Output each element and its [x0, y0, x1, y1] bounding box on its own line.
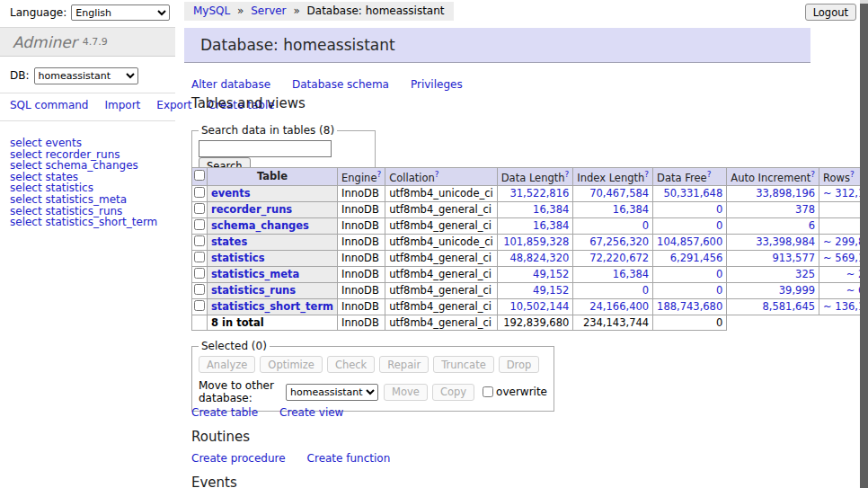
language-select[interactable]: English — [71, 4, 170, 21]
sidebar-link-import[interactable]: Import — [104, 99, 140, 111]
data-length-link[interactable]: 101,859,328 — [503, 235, 569, 248]
data-free-link[interactable]: 0 — [716, 203, 722, 216]
data-length-link[interactable]: 48,824,320 — [509, 252, 569, 264]
logout-button[interactable]: Logout — [805, 4, 856, 21]
sidebar-link-export[interactable]: Export — [156, 99, 191, 111]
table-link-schema-changes[interactable]: schema_changes — [211, 219, 309, 232]
row-checkbox[interactable] — [194, 268, 205, 279]
link-create-function[interactable]: Create function — [307, 452, 391, 465]
drop-button[interactable]: Drop — [499, 356, 540, 373]
auto-increment-link[interactable]: 378 — [795, 203, 815, 216]
data-length-link[interactable]: 16,384 — [533, 203, 569, 216]
link-privileges[interactable]: Privileges — [411, 78, 463, 91]
index-length-cell: 72,220,672 — [573, 250, 653, 266]
repair-button[interactable]: Repair — [379, 356, 429, 373]
data-free-link[interactable]: 0 — [716, 268, 722, 280]
truncate-button[interactable]: Truncate — [433, 356, 494, 373]
auto-increment-link[interactable]: 8,581,645 — [763, 300, 816, 313]
check-button[interactable]: Check — [327, 356, 375, 373]
table-link-states[interactable]: states — [211, 235, 247, 248]
adminer-logo-link[interactable]: Adminer — [13, 33, 77, 51]
data-free-link[interactable]: 104,857,600 — [657, 235, 722, 248]
link-database-schema[interactable]: Database schema — [292, 78, 389, 91]
row-checkbox[interactable] — [194, 219, 205, 230]
scrollbar-thumb[interactable] — [860, 4, 868, 488]
breadcrumb-mysql-link[interactable]: MySQL — [193, 4, 230, 17]
index-length-link[interactable]: 72,220,672 — [589, 252, 649, 264]
sidebar-item-select-statistics-short-term[interactable]: select statistics_short_term — [10, 217, 175, 228]
table-link-recorder-runs[interactable]: recorder_runs — [211, 203, 292, 216]
table-row: statesInnoDButf8mb4_unicode_ci101,859,32… — [192, 234, 868, 250]
engine-cell: InnoDB — [338, 315, 385, 330]
table-name-cell: statistics — [208, 250, 338, 266]
index-length-link[interactable]: 70,467,584 — [589, 187, 649, 200]
help-icon[interactable]: ? — [850, 170, 855, 179]
auto-increment-link[interactable]: 39,999 — [779, 284, 815, 297]
row-checkbox[interactable] — [194, 187, 205, 198]
table-link-statistics-meta[interactable]: statistics_meta — [211, 268, 299, 280]
auto-increment-link[interactable]: 33,898,196 — [756, 187, 815, 200]
db-select[interactable]: homeassistant — [34, 67, 138, 84]
move-db-select[interactable]: homeassistant — [286, 384, 378, 401]
help-icon[interactable]: ? — [565, 170, 570, 179]
data-free-link[interactable]: 50,331,648 — [663, 187, 722, 200]
link-create-view[interactable]: Create view — [279, 406, 343, 419]
routines-heading: Routines — [191, 429, 250, 445]
data-free-cell: 188,743,680 — [653, 298, 727, 315]
index-length-link[interactable]: 24,166,400 — [589, 300, 649, 313]
table-row: statisticsInnoDButf8mb4_general_ci48,824… — [192, 250, 868, 266]
sidebar-link-sql-command[interactable]: SQL command — [10, 99, 88, 111]
optimize-button[interactable]: Optimize — [260, 356, 323, 373]
data-length-link[interactable]: 10,502,144 — [509, 300, 569, 313]
index-length-link[interactable]: 16,384 — [613, 268, 649, 280]
table-link-statistics-short-term[interactable]: statistics_short_term — [211, 300, 333, 313]
index-length-link[interactable]: 0 — [642, 219, 649, 232]
help-icon[interactable]: ? — [707, 170, 712, 179]
help-icon[interactable]: ? — [376, 170, 381, 179]
breadcrumb-server-link[interactable]: Server — [251, 4, 286, 17]
auto-increment-link[interactable]: 325 — [795, 268, 815, 280]
index-length-link[interactable]: 0 — [642, 284, 649, 297]
data-free-link[interactable]: 6,291,456 — [670, 252, 723, 264]
table-link-statistics-runs[interactable]: statistics_runs — [211, 284, 296, 297]
link-create-table[interactable]: Create table — [191, 406, 258, 419]
data-free-link[interactable]: 0 — [716, 219, 722, 232]
help-icon[interactable]: ? — [644, 170, 649, 179]
select-all-cell — [192, 168, 208, 186]
help-icon[interactable]: ? — [810, 170, 815, 179]
link-alter-database[interactable]: Alter database — [191, 78, 270, 91]
select-all-checkbox[interactable] — [194, 170, 205, 181]
db-select-form: DB:homeassistant — [10, 67, 138, 84]
search-input[interactable] — [199, 140, 332, 157]
data-length-link[interactable]: 31,522,816 — [509, 187, 569, 200]
auto-increment-link[interactable]: 33,398,984 — [756, 235, 815, 248]
move-button[interactable]: Move — [384, 384, 428, 401]
analyze-button[interactable]: Analyze — [199, 356, 255, 373]
table-link-statistics[interactable]: statistics — [211, 252, 265, 264]
row-checkbox[interactable] — [194, 284, 205, 295]
index-length-link[interactable]: 16,384 — [613, 203, 649, 216]
auto-increment-link[interactable]: 913,577 — [772, 252, 815, 264]
row-checkbox[interactable] — [194, 203, 205, 214]
data-free-link[interactable]: 0 — [716, 284, 722, 297]
data-length-link[interactable]: 16,384 — [533, 219, 569, 232]
sidebar-item-select-events[interactable]: select events — [10, 138, 175, 149]
data-length-link[interactable]: 49,152 — [533, 268, 569, 280]
sidebar-item-select-statistics-meta[interactable]: select statistics_meta — [10, 194, 175, 206]
link-create-procedure[interactable]: Create procedure — [191, 452, 286, 465]
vertical-scrollbar[interactable] — [860, 0, 868, 488]
data-length-link[interactable]: 49,152 — [533, 284, 569, 297]
row-checkbox[interactable] — [194, 235, 205, 246]
row-checkbox[interactable] — [194, 300, 205, 311]
data-free-link[interactable]: 188,743,680 — [657, 300, 722, 313]
help-icon[interactable]: ? — [435, 170, 439, 179]
sidebar-item-select-schema-changes[interactable]: select schema_changes — [10, 160, 175, 172]
row-checkbox[interactable] — [194, 252, 205, 262]
copy-button[interactable]: Copy — [432, 384, 474, 401]
collation-cell: utf8mb4_unicode_ci — [385, 234, 498, 250]
table-link-events[interactable]: events — [211, 187, 251, 200]
index-length-link[interactable]: 67,256,320 — [589, 235, 649, 248]
table-row: statistics_metaInnoDButf8mb4_general_ci4… — [192, 266, 868, 282]
overwrite-checkbox[interactable] — [483, 386, 493, 397]
auto-increment-link[interactable]: 6 — [809, 219, 815, 232]
